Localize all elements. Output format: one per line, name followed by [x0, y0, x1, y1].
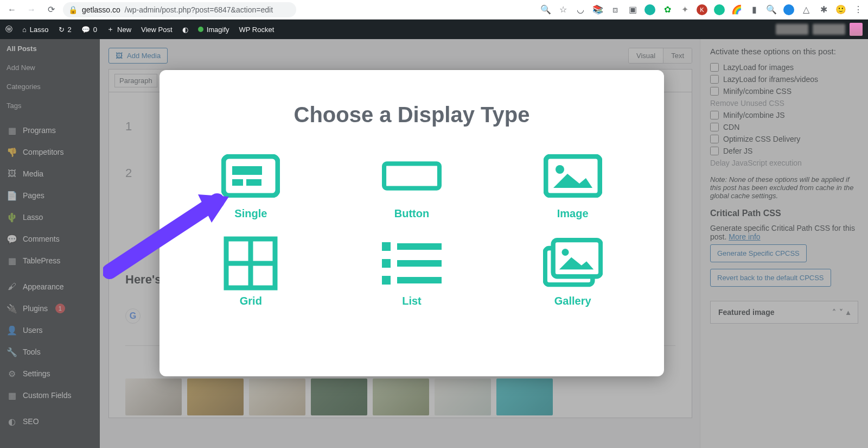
- home-icon: ⌂: [22, 26, 27, 34]
- pocket-icon[interactable]: ◡: [575, 4, 586, 15]
- green-dot-icon: [198, 27, 203, 32]
- blurred-text: [813, 24, 845, 35]
- imagify-item[interactable]: Imagify: [198, 26, 229, 34]
- wprocket-item[interactable]: WP Rocket: [239, 26, 275, 34]
- svg-rect-5: [546, 156, 600, 195]
- ext-teal-icon[interactable]: [644, 4, 655, 15]
- modal-title: Choose a Display Type: [176, 103, 648, 127]
- svg-rect-17: [553, 240, 601, 276]
- svg-rect-1: [232, 166, 262, 175]
- new-content[interactable]: ＋New: [107, 24, 131, 34]
- view-post[interactable]: View Post: [141, 26, 173, 34]
- user-avatar[interactable]: [850, 23, 863, 36]
- profile-avatar-icon[interactable]: 🙂: [835, 4, 846, 15]
- url-domain: getlasso.co: [82, 5, 120, 14]
- grammarly-ext-icon[interactable]: [714, 4, 725, 15]
- yoast-item[interactable]: ◐: [182, 26, 188, 34]
- gdrive-ext-icon[interactable]: △: [801, 4, 812, 15]
- svg-rect-13: [397, 260, 442, 267]
- image-icon: [543, 154, 603, 198]
- updates-link[interactable]: ↻2: [59, 26, 72, 34]
- svg-point-6: [556, 165, 564, 174]
- chrome-menu-icon[interactable]: ⋮: [853, 4, 864, 15]
- display-option-grid[interactable]: Grid: [221, 242, 280, 307]
- option-label: Grid: [240, 295, 262, 307]
- ext-dark-icon[interactable]: ▮: [749, 4, 760, 15]
- site-link[interactable]: ⌂Lasso: [22, 26, 49, 34]
- plus-icon: ＋: [107, 24, 114, 34]
- display-type-modal: Choose a Display Type Single Button Imag…: [159, 70, 664, 376]
- option-label: Image: [557, 207, 589, 220]
- search-ext-icon[interactable]: 🔍: [766, 4, 777, 15]
- forward-button[interactable]: →: [24, 2, 39, 17]
- reload-button[interactable]: ⟳: [43, 2, 59, 17]
- svg-rect-15: [397, 277, 442, 283]
- comments-link[interactable]: 💬0: [81, 26, 97, 34]
- blurred-text: [776, 24, 808, 35]
- lock-icon: 🔒: [68, 5, 78, 14]
- svg-rect-4: [384, 163, 439, 188]
- ext-blue-icon[interactable]: [783, 4, 794, 15]
- dropbox-ext-icon[interactable]: ⧈: [610, 4, 621, 15]
- single-card-icon: [221, 154, 280, 198]
- browser-toolbar: ← → ⟳ 🔒 getlasso.co/wp-admin/post.php?po…: [0, 0, 868, 20]
- gallery-icon: [543, 242, 603, 285]
- svg-point-18: [561, 249, 569, 256]
- option-label: Gallery: [554, 295, 591, 307]
- onenote-ext-icon[interactable]: ▣: [627, 4, 638, 15]
- option-label: Button: [394, 207, 429, 220]
- svg-rect-12: [382, 259, 391, 268]
- svg-rect-10: [382, 242, 391, 251]
- display-option-list[interactable]: List: [382, 242, 442, 307]
- display-option-gallery[interactable]: Gallery: [543, 242, 603, 307]
- option-label: List: [402, 295, 422, 307]
- display-option-image[interactable]: Image: [543, 154, 603, 220]
- svg-rect-0: [224, 156, 278, 195]
- display-option-single[interactable]: Single: [221, 154, 280, 220]
- svg-rect-3: [246, 179, 261, 186]
- wp-logo[interactable]: ⓦ: [5, 24, 12, 34]
- star-icon[interactable]: ☆: [558, 4, 569, 15]
- comment-icon: 💬: [81, 26, 90, 34]
- books-ext-icon[interactable]: 📚: [592, 4, 603, 15]
- browser-extensions: 🔍 ☆ ◡ 📚 ⧈ ▣ ✿ ✦ K 🌈 ▮ 🔍 △ ✱ 🙂 ⋮: [540, 4, 864, 15]
- option-label: Single: [234, 207, 267, 220]
- list-icon: [382, 242, 442, 285]
- svg-rect-11: [397, 243, 442, 250]
- evernote-ext-icon[interactable]: ✿: [662, 4, 673, 15]
- url-path: /wp-admin/post.php?post=6847&action=edit: [125, 5, 273, 14]
- display-option-button[interactable]: Button: [382, 154, 442, 220]
- refresh-icon: ↻: [59, 26, 65, 34]
- button-icon: [382, 154, 442, 198]
- zoom-icon[interactable]: 🔍: [540, 4, 551, 15]
- extensions-icon[interactable]: ✱: [818, 4, 829, 15]
- back-button[interactable]: ←: [4, 2, 20, 17]
- ext-k-icon[interactable]: K: [697, 4, 707, 15]
- wp-admin-bar: ⓦ ⌂Lasso ↻2 💬0 ＋New View Post ◐ Imagify …: [0, 20, 868, 39]
- ext-rainbow-icon[interactable]: 🌈: [731, 4, 742, 15]
- grid-icon: [221, 242, 280, 285]
- address-bar[interactable]: 🔒 getlasso.co/wp-admin/post.php?post=684…: [63, 2, 296, 17]
- svg-rect-14: [382, 276, 391, 285]
- ext-grey-icon[interactable]: ✦: [679, 4, 690, 15]
- svg-rect-2: [232, 179, 243, 186]
